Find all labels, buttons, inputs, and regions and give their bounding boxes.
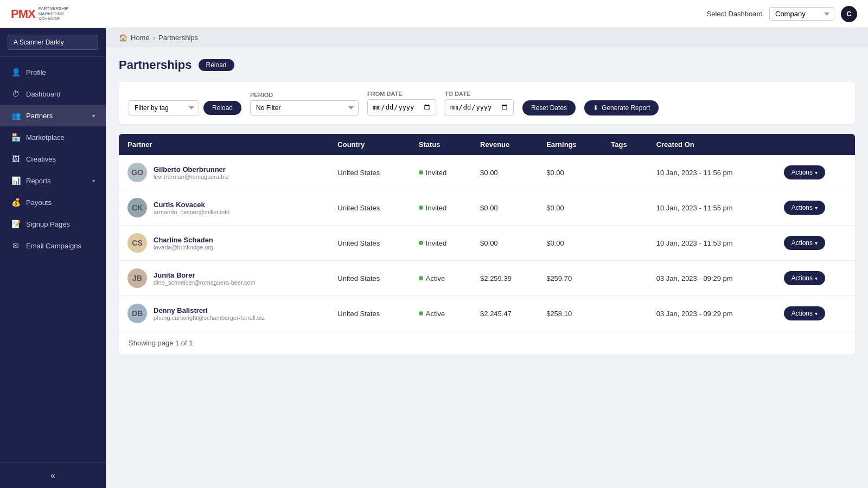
generate-report-button[interactable]: ⬇ Generate Report: [584, 100, 659, 115]
revenue-cell-1: $0.00: [471, 190, 538, 226]
breadcrumb: 🏠 Home › Partnerships: [106, 28, 868, 47]
account-selector[interactable]: A Scanner Darkly: [0, 28, 106, 57]
revenue-cell-3: $2,259.39: [471, 261, 538, 296]
partner-avatar-3: JB: [127, 268, 147, 288]
pagination-text: Showing page 1 of 1: [129, 339, 193, 347]
status-text-2: Invited: [426, 239, 446, 247]
table-body: GO Gilberto Oberbrunner levi.herman@roma…: [119, 155, 855, 331]
page-title: Partnerships: [119, 58, 192, 72]
breadcrumb-home[interactable]: Home: [131, 34, 150, 42]
actions-button-3[interactable]: Actions ▾: [784, 271, 825, 285]
page-reload-button[interactable]: Reload: [199, 59, 234, 71]
period-select[interactable]: No Filter: [250, 100, 359, 115]
partnerships-table-container: Partner Country Status Revenue Earnings …: [119, 134, 855, 355]
from-date-input[interactable]: [367, 99, 436, 115]
partner-avatar-1: CK: [127, 198, 147, 217]
signup-pages-icon: 📝: [11, 219, 21, 229]
country-cell-3: United States: [329, 261, 410, 296]
partner-email-2: lavada@buckridge.org: [154, 244, 213, 251]
col-actions: [775, 134, 855, 155]
status-cell-1: Invited: [410, 190, 471, 226]
tags-cell-1: [602, 190, 647, 226]
breadcrumb-separator: ›: [153, 34, 155, 42]
filter-tag-select[interactable]: Filter by tag: [129, 100, 199, 115]
partner-cell-3: JB Junita Borer dino_schneider@romaguera…: [119, 261, 329, 296]
to-date-input[interactable]: [445, 99, 514, 115]
country-cell-2: United States: [329, 226, 410, 261]
account-select-input[interactable]: A Scanner Darkly: [8, 35, 98, 50]
sidebar-item-payouts[interactable]: 💰 Payouts: [0, 191, 106, 213]
partnerships-table: Partner Country Status Revenue Earnings …: [119, 134, 855, 331]
actions-button-4[interactable]: Actions ▾: [784, 306, 825, 320]
company-select[interactable]: Company: [769, 7, 834, 21]
actions-chevron-icon-1: ▾: [815, 205, 818, 211]
created-on-cell-3: 03 Jan, 2023 - 09:29 pm: [648, 261, 775, 296]
sidebar-item-reports[interactable]: 📊 Reports ▾: [0, 170, 106, 191]
sidebar-item-marketplace[interactable]: 🏪 Marketplace: [0, 126, 106, 148]
select-dashboard-label: Select Dashboard: [707, 10, 763, 18]
partner-cell-1: CK Curtis Kovacek armando_casper@miller.…: [119, 190, 329, 226]
earnings-cell-0: $0.00: [538, 155, 602, 190]
earnings-cell-2: $0.00: [538, 226, 602, 261]
partner-email-0: levi.herman@romaguera.biz: [154, 174, 228, 180]
logo: PMX PARTNERSHIP MARKETING XCHANGE: [11, 6, 69, 22]
partner-cell-2: CS Charline Schaden lavada@buckridge.org: [119, 226, 329, 261]
sidebar-item-creatives[interactable]: 🖼 Creatives: [0, 148, 106, 170]
partner-name-1: Curtis Kovacek: [154, 201, 229, 209]
created-on-cell-4: 03 Jan, 2023 - 09:29 pm: [648, 296, 775, 331]
col-partner: Partner: [119, 134, 329, 155]
partner-name-3: Junita Borer: [154, 271, 256, 279]
col-created-on: Created On: [648, 134, 775, 155]
partner-cell-0: GO Gilberto Oberbrunner levi.herman@roma…: [119, 155, 329, 190]
sidebar-collapse-button[interactable]: «: [50, 471, 55, 480]
actions-cell-3: Actions ▾: [775, 261, 855, 296]
status-dot-2: [419, 241, 423, 245]
tags-cell-2: [602, 226, 647, 261]
table-row: CS Charline Schaden lavada@buckridge.org…: [119, 226, 855, 261]
table-row: CK Curtis Kovacek armando_casper@miller.…: [119, 190, 855, 226]
table-row: JB Junita Borer dino_schneider@romaguera…: [119, 261, 855, 296]
earnings-cell-4: $258.10: [538, 296, 602, 331]
logo-tagline: PARTNERSHIP MARKETING XCHANGE: [39, 6, 69, 22]
actions-button-0[interactable]: Actions ▾: [784, 165, 825, 179]
partners-icon: 👥: [11, 111, 21, 120]
actions-chevron-icon-3: ▾: [815, 275, 818, 281]
from-date-group: From Date: [367, 91, 436, 115]
logo-x: X: [28, 7, 35, 21]
created-on-cell-2: 10 Jan, 2023 - 11:53 pm: [648, 226, 775, 261]
actions-chevron-icon-4: ▾: [815, 311, 818, 317]
layout: A Scanner Darkly 👤 Profile ⏱ Dashboard 👥…: [0, 28, 868, 488]
partner-name-2: Charline Schaden: [154, 236, 213, 244]
table-header: Partner Country Status Revenue Earnings …: [119, 134, 855, 155]
earnings-cell-1: $0.00: [538, 190, 602, 226]
sidebar-nav: 👤 Profile ⏱ Dashboard 👥 Partners ▾ 🏪 Mar…: [0, 57, 106, 463]
reset-dates-button[interactable]: Reset Dates: [522, 100, 576, 115]
actions-cell-2: Actions ▾: [775, 226, 855, 261]
actions-cell-4: Actions ▾: [775, 296, 855, 331]
status-text-1: Invited: [426, 204, 446, 212]
payouts-icon: 💰: [11, 197, 21, 207]
sidebar-item-label-partners: Partners: [26, 112, 87, 120]
sidebar-item-signup-pages[interactable]: 📝 Signup Pages: [0, 213, 106, 235]
col-tags: Tags: [602, 134, 647, 155]
sidebar-item-profile[interactable]: 👤 Profile: [0, 61, 106, 83]
created-on-cell-0: 10 Jan, 2023 - 11:56 pm: [648, 155, 775, 190]
sidebar-item-label-signup-pages: Signup Pages: [26, 220, 95, 228]
creatives-icon: 🖼: [11, 154, 21, 164]
table-row: GO Gilberto Oberbrunner levi.herman@roma…: [119, 155, 855, 190]
actions-button-2[interactable]: Actions ▾: [784, 236, 825, 250]
status-cell-4: Active: [410, 296, 471, 331]
partner-name-0: Gilberto Oberbrunner: [154, 165, 228, 174]
filter-reload-button[interactable]: Reload: [203, 101, 241, 115]
user-avatar[interactable]: C: [841, 6, 857, 22]
filter-tag-group: Filter by tag Reload: [129, 100, 241, 115]
from-date-label: From Date: [367, 91, 436, 97]
sidebar-item-partners[interactable]: 👥 Partners ▾: [0, 105, 106, 126]
status-cell-0: Invited: [410, 155, 471, 190]
status-dot-4: [419, 311, 423, 316]
actions-button-1[interactable]: Actions ▾: [784, 201, 825, 215]
col-revenue: Revenue: [471, 134, 538, 155]
sidebar-item-email-campaigns[interactable]: ✉ Email Campaigns: [0, 235, 106, 256]
sidebar-item-dashboard[interactable]: ⏱ Dashboard: [0, 83, 106, 105]
partner-avatar-2: CS: [127, 233, 147, 253]
